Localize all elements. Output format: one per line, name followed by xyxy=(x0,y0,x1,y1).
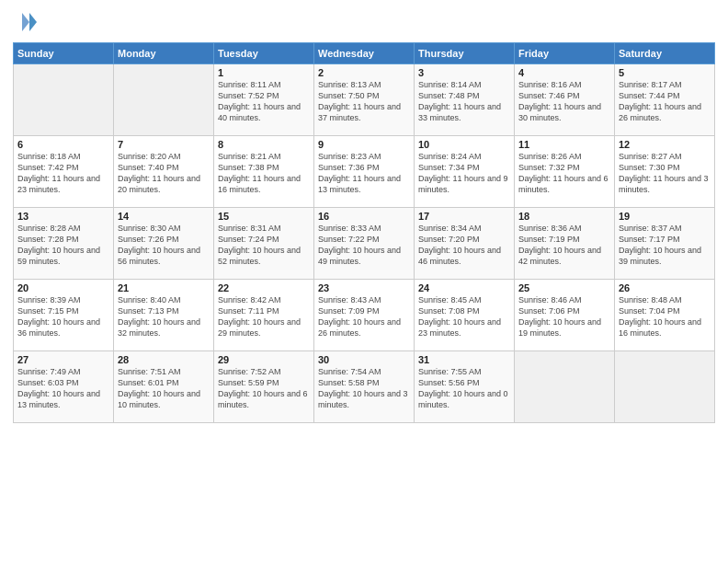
calendar-cell: 15Sunrise: 8:31 AM Sunset: 7:24 PM Dayli… xyxy=(214,208,314,280)
day-info: Sunrise: 8:23 AM Sunset: 7:36 PM Dayligh… xyxy=(318,151,410,196)
day-info: Sunrise: 8:40 AM Sunset: 7:13 PM Dayligh… xyxy=(118,294,210,339)
page-header xyxy=(13,9,715,35)
logo xyxy=(13,9,40,35)
day-number: 14 xyxy=(118,211,210,222)
svg-marker-1 xyxy=(22,13,29,31)
day-number: 2 xyxy=(318,67,410,78)
day-number: 10 xyxy=(418,139,510,150)
calendar-cell: 30Sunrise: 7:54 AM Sunset: 5:58 PM Dayli… xyxy=(314,351,415,423)
day-number: 16 xyxy=(318,211,410,222)
calendar-cell: 19Sunrise: 8:37 AM Sunset: 7:17 PM Dayli… xyxy=(615,208,715,280)
logo-icon xyxy=(13,9,39,35)
day-number: 11 xyxy=(518,139,610,150)
day-info: Sunrise: 8:18 AM Sunset: 7:42 PM Dayligh… xyxy=(17,151,109,196)
day-info: Sunrise: 7:55 AM Sunset: 5:56 PM Dayligh… xyxy=(418,366,510,411)
day-info: Sunrise: 8:34 AM Sunset: 7:20 PM Dayligh… xyxy=(418,223,510,268)
day-info: Sunrise: 8:48 AM Sunset: 7:04 PM Dayligh… xyxy=(619,294,711,339)
day-info: Sunrise: 8:46 AM Sunset: 7:06 PM Dayligh… xyxy=(518,294,610,339)
calendar-cell: 23Sunrise: 8:43 AM Sunset: 7:09 PM Dayli… xyxy=(314,280,415,351)
calendar-cell: 3Sunrise: 8:14 AM Sunset: 7:48 PM Daylig… xyxy=(415,64,515,136)
day-info: Sunrise: 8:17 AM Sunset: 7:44 PM Dayligh… xyxy=(619,79,711,124)
day-number: 19 xyxy=(619,211,711,222)
page-container: SundayMondayTuesdayWednesdayThursdayFrid… xyxy=(0,0,728,431)
calendar-cell: 12Sunrise: 8:27 AM Sunset: 7:30 PM Dayli… xyxy=(615,136,715,208)
day-number: 24 xyxy=(418,282,510,293)
day-number: 22 xyxy=(218,282,310,293)
calendar-cell: 27Sunrise: 7:49 AM Sunset: 6:03 PM Dayli… xyxy=(14,351,114,423)
day-info: Sunrise: 7:51 AM Sunset: 6:01 PM Dayligh… xyxy=(118,366,210,411)
day-number: 5 xyxy=(619,67,711,78)
day-number: 12 xyxy=(619,139,711,150)
calendar-cell: 1Sunrise: 8:11 AM Sunset: 7:52 PM Daylig… xyxy=(214,64,314,136)
calendar-cell: 28Sunrise: 7:51 AM Sunset: 6:01 PM Dayli… xyxy=(114,351,214,423)
calendar-cell: 4Sunrise: 8:16 AM Sunset: 7:46 PM Daylig… xyxy=(515,64,615,136)
day-info: Sunrise: 8:33 AM Sunset: 7:22 PM Dayligh… xyxy=(318,223,410,268)
day-number: 18 xyxy=(518,211,610,222)
day-info: Sunrise: 8:13 AM Sunset: 7:50 PM Dayligh… xyxy=(318,79,410,124)
day-number: 20 xyxy=(17,282,109,293)
day-number: 6 xyxy=(17,139,109,150)
day-number: 7 xyxy=(118,139,210,150)
day-info: Sunrise: 8:37 AM Sunset: 7:17 PM Dayligh… xyxy=(619,223,711,268)
day-info: Sunrise: 8:28 AM Sunset: 7:28 PM Dayligh… xyxy=(17,223,109,268)
day-number: 8 xyxy=(218,139,310,150)
calendar-cell: 29Sunrise: 7:52 AM Sunset: 5:59 PM Dayli… xyxy=(214,351,314,423)
calendar-cell: 8Sunrise: 8:21 AM Sunset: 7:38 PM Daylig… xyxy=(214,136,314,208)
calendar-cell: 10Sunrise: 8:24 AM Sunset: 7:34 PM Dayli… xyxy=(415,136,515,208)
calendar-cell: 31Sunrise: 7:55 AM Sunset: 5:56 PM Dayli… xyxy=(415,351,515,423)
calendar-week-row: 27Sunrise: 7:49 AM Sunset: 6:03 PM Dayli… xyxy=(14,351,715,423)
calendar-cell: 16Sunrise: 8:33 AM Sunset: 7:22 PM Dayli… xyxy=(314,208,415,280)
day-number: 4 xyxy=(518,67,610,78)
calendar-cell: 25Sunrise: 8:46 AM Sunset: 7:06 PM Dayli… xyxy=(515,280,615,351)
day-info: Sunrise: 8:21 AM Sunset: 7:38 PM Dayligh… xyxy=(218,151,310,196)
calendar-week-row: 20Sunrise: 8:39 AM Sunset: 7:15 PM Dayli… xyxy=(14,280,715,351)
calendar-cell: 11Sunrise: 8:26 AM Sunset: 7:32 PM Dayli… xyxy=(515,136,615,208)
calendar-cell: 7Sunrise: 8:20 AM Sunset: 7:40 PM Daylig… xyxy=(114,136,214,208)
day-info: Sunrise: 8:16 AM Sunset: 7:46 PM Dayligh… xyxy=(518,79,610,124)
day-number: 21 xyxy=(118,282,210,293)
calendar-week-row: 13Sunrise: 8:28 AM Sunset: 7:28 PM Dayli… xyxy=(14,208,715,280)
day-info: Sunrise: 7:49 AM Sunset: 6:03 PM Dayligh… xyxy=(17,366,109,411)
day-info: Sunrise: 8:11 AM Sunset: 7:52 PM Dayligh… xyxy=(218,79,310,124)
day-number: 30 xyxy=(318,354,410,365)
day-info: Sunrise: 8:14 AM Sunset: 7:48 PM Dayligh… xyxy=(418,79,510,124)
calendar-cell: 2Sunrise: 8:13 AM Sunset: 7:50 PM Daylig… xyxy=(314,64,415,136)
calendar-cell xyxy=(615,351,715,423)
calendar-cell xyxy=(14,64,114,136)
weekday-header-cell: Tuesday xyxy=(214,43,314,64)
weekday-header-cell: Thursday xyxy=(415,43,515,64)
day-number: 26 xyxy=(619,282,711,293)
calendar-cell xyxy=(114,64,214,136)
day-info: Sunrise: 8:24 AM Sunset: 7:34 PM Dayligh… xyxy=(418,151,510,196)
weekday-header-row: SundayMondayTuesdayWednesdayThursdayFrid… xyxy=(14,43,715,64)
day-number: 1 xyxy=(218,67,310,78)
calendar-cell: 20Sunrise: 8:39 AM Sunset: 7:15 PM Dayli… xyxy=(14,280,114,351)
day-number: 15 xyxy=(218,211,310,222)
day-info: Sunrise: 8:36 AM Sunset: 7:19 PM Dayligh… xyxy=(518,223,610,268)
calendar-table: SundayMondayTuesdayWednesdayThursdayFrid… xyxy=(13,42,715,423)
day-info: Sunrise: 8:43 AM Sunset: 7:09 PM Dayligh… xyxy=(318,294,410,339)
calendar-cell: 9Sunrise: 8:23 AM Sunset: 7:36 PM Daylig… xyxy=(314,136,415,208)
day-number: 17 xyxy=(418,211,510,222)
calendar-cell: 5Sunrise: 8:17 AM Sunset: 7:44 PM Daylig… xyxy=(615,64,715,136)
weekday-header-cell: Wednesday xyxy=(314,43,415,64)
day-info: Sunrise: 8:30 AM Sunset: 7:26 PM Dayligh… xyxy=(118,223,210,268)
weekday-header-cell: Monday xyxy=(114,43,214,64)
day-info: Sunrise: 8:39 AM Sunset: 7:15 PM Dayligh… xyxy=(17,294,109,339)
calendar-body: 1Sunrise: 8:11 AM Sunset: 7:52 PM Daylig… xyxy=(14,64,715,423)
day-number: 31 xyxy=(418,354,510,365)
calendar-week-row: 1Sunrise: 8:11 AM Sunset: 7:52 PM Daylig… xyxy=(14,64,715,136)
calendar-cell: 13Sunrise: 8:28 AM Sunset: 7:28 PM Dayli… xyxy=(14,208,114,280)
weekday-header-cell: Sunday xyxy=(14,43,114,64)
day-info: Sunrise: 8:26 AM Sunset: 7:32 PM Dayligh… xyxy=(518,151,610,196)
day-info: Sunrise: 7:52 AM Sunset: 5:59 PM Dayligh… xyxy=(218,366,310,411)
day-info: Sunrise: 8:27 AM Sunset: 7:30 PM Dayligh… xyxy=(619,151,711,196)
day-info: Sunrise: 7:54 AM Sunset: 5:58 PM Dayligh… xyxy=(318,366,410,411)
day-info: Sunrise: 8:20 AM Sunset: 7:40 PM Dayligh… xyxy=(118,151,210,196)
calendar-cell: 26Sunrise: 8:48 AM Sunset: 7:04 PM Dayli… xyxy=(615,280,715,351)
day-number: 13 xyxy=(17,211,109,222)
day-number: 29 xyxy=(218,354,310,365)
day-info: Sunrise: 8:45 AM Sunset: 7:08 PM Dayligh… xyxy=(418,294,510,339)
calendar-cell: 17Sunrise: 8:34 AM Sunset: 7:20 PM Dayli… xyxy=(415,208,515,280)
calendar-cell: 18Sunrise: 8:36 AM Sunset: 7:19 PM Dayli… xyxy=(515,208,615,280)
